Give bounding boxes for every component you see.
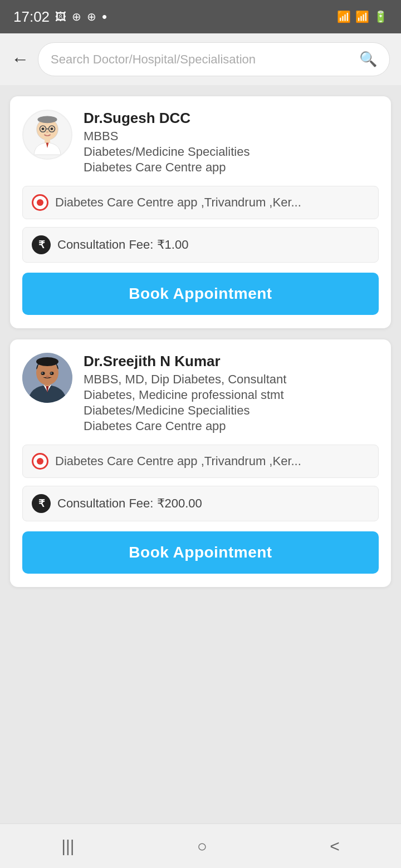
doctor-2-fee-row: ₹ Consultation Fee: ₹200.00 (22, 486, 379, 521)
doctor-1-name: Dr.Sugesh DCC (84, 110, 379, 127)
location-icon-2 (32, 453, 48, 470)
svg-point-17 (46, 376, 49, 378)
doctor-2-degree: MBBS, MD, Dip Diabetes, Consultant (84, 372, 379, 387)
main-content: Dr.Sugesh DCC MBBS Diabetes/Medicine Spe… (0, 85, 401, 823)
network-icon-2: ⊕ (87, 10, 96, 23)
doctor-2-speciality2: Diabetes, Medicine professional stmt (84, 388, 379, 402)
search-bar-container: ← Search Doctor/Hospital/Specialisation … (0, 33, 401, 85)
battery-icon: 🔋 (374, 10, 388, 23)
doctor-1-fee: Consultation Fee: ₹1.00 (57, 238, 188, 252)
doctor-2-name: Dr.Sreejith N Kumar (84, 353, 379, 370)
location-icon (32, 194, 48, 211)
svg-point-5 (42, 127, 45, 130)
search-placeholder: Search Doctor/Hospital/Specialisation (51, 52, 256, 67)
doctor-1-avatar (22, 110, 72, 160)
doctor-2-fee: Consultation Fee: ₹200.00 (57, 496, 202, 511)
image-icon: 🖼 (55, 11, 66, 23)
nav-home-button[interactable]: ○ (180, 830, 224, 862)
status-bar-right: 📶 📶 🔋 (337, 10, 388, 23)
doctor-card-1: Dr.Sugesh DCC MBBS Diabetes/Medicine Spe… (10, 96, 391, 328)
network-icon-1: ⊕ (72, 10, 81, 23)
back-button[interactable]: ← (11, 49, 29, 70)
time: 17:02 (13, 8, 50, 26)
dot-indicator: • (102, 8, 107, 26)
doctor-2-avatar (22, 353, 72, 403)
wifi-icon: 📶 (337, 10, 351, 23)
nav-menu-button[interactable]: ||| (45, 830, 91, 862)
doctor-1-info: Dr.Sugesh DCC MBBS Diabetes/Medicine Spe… (84, 110, 379, 175)
svg-point-12 (36, 357, 58, 366)
doctor-2-location-row: Diabetes Care Centre app ,Trivandrum ,Ke… (22, 445, 379, 478)
doctor-1-degree: MBBS (84, 129, 379, 144)
book-appointment-button-1[interactable]: Book Appointment (22, 273, 379, 315)
svg-point-16 (51, 372, 52, 374)
doctor-2-info: Dr.Sreejith N Kumar MBBS, MD, Dip Diabet… (84, 353, 379, 433)
bottom-nav: ||| ○ < (0, 823, 401, 868)
svg-point-15 (42, 372, 43, 374)
book-appointment-button-2[interactable]: Book Appointment (22, 531, 379, 574)
doctor-2-location: Diabetes Care Centre app ,Trivandrum ,Ke… (55, 454, 301, 468)
nav-back-button[interactable]: < (313, 830, 356, 862)
search-icon: 🔍 (359, 51, 377, 68)
doctor-1-location: Diabetes Care Centre app ,Trivandrum ,Ke… (55, 195, 301, 210)
doctor-2-clinic: Diabetes Care Centre app (84, 419, 379, 433)
doctor-1-header: Dr.Sugesh DCC MBBS Diabetes/Medicine Spe… (22, 110, 379, 175)
doctor-1-fee-row: ₹ Consultation Fee: ₹1.00 (22, 227, 379, 263)
status-bar-left: 17:02 🖼 ⊕ ⊕ • (13, 8, 107, 26)
doctor-1-location-row: Diabetes Care Centre app ,Trivandrum ,Ke… (22, 186, 379, 219)
doctor-2-header: Dr.Sreejith N Kumar MBBS, MD, Dip Diabet… (22, 353, 379, 433)
svg-point-1 (37, 116, 57, 123)
svg-point-7 (46, 131, 48, 133)
search-bar[interactable]: Search Doctor/Hospital/Specialisation 🔍 (38, 42, 390, 76)
svg-point-6 (51, 127, 53, 130)
rupee-icon-2: ₹ (32, 494, 51, 513)
doctor-1-speciality: Diabetes/Medicine Specialities (84, 145, 379, 159)
doctor-card-2: Dr.Sreejith N Kumar MBBS, MD, Dip Diabet… (10, 339, 391, 587)
rupee-icon: ₹ (32, 235, 51, 254)
status-bar: 17:02 🖼 ⊕ ⊕ • 📶 📶 🔋 (0, 0, 401, 33)
doctor-2-speciality: Diabetes/Medicine Specialities (84, 403, 379, 418)
doctor-1-clinic: Diabetes Care Centre app (84, 160, 379, 175)
signal-icon: 📶 (355, 10, 369, 23)
